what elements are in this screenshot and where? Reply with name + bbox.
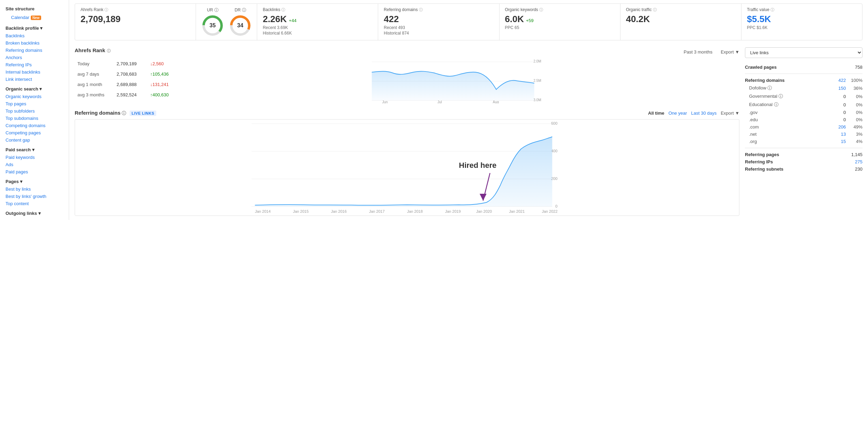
- rank-row-label-today: Today: [75, 58, 114, 69]
- sidebar-item-organic-keywords[interactable]: Organic keywords: [0, 93, 69, 100]
- sidebar-item-internal-backlinks[interactable]: Internal backlinks: [0, 68, 69, 76]
- sidebar-section-outgoing-links[interactable]: Outgoing links ▾: [0, 207, 69, 217]
- svg-text:Jan 2014: Jan 2014: [255, 209, 271, 213]
- right-ref-domains-pct: 100%: [849, 78, 862, 83]
- rank-export-button[interactable]: Export ▼: [721, 49, 739, 55]
- sidebar-item-calendar[interactable]: CalendarNew: [6, 14, 63, 21]
- sidebar-item-top-subfolders[interactable]: Top subfolders: [0, 107, 69, 115]
- sidebar-item-referring-domains[interactable]: Referring domains: [0, 47, 69, 54]
- net-row: .net 13 3%: [745, 131, 862, 138]
- edu-pct: 0%: [849, 117, 862, 122]
- info-icon-dr: ⓘ: [242, 8, 246, 12]
- ref-subnets-value: 230: [855, 166, 862, 172]
- svg-text:2.5M: 2.5M: [533, 79, 541, 83]
- sidebar-item-paid-keywords[interactable]: Paid keywords: [0, 154, 69, 161]
- info-icon-rd: ⓘ: [419, 8, 423, 12]
- gov-pct: 0%: [849, 110, 862, 115]
- educational-pct: 0%: [849, 102, 862, 107]
- filter-last-30-days[interactable]: Last 30 days: [691, 111, 717, 116]
- live-links-badge: LIVE LINKS: [130, 111, 157, 116]
- sidebar-item-anchors[interactable]: Anchors: [0, 54, 69, 61]
- ref-domains-chart: 600 400 200 0 Jan 2014 Jan 2015 Jan 2016: [75, 119, 739, 216]
- sidebar-item-competing-pages[interactable]: Competing pages: [0, 129, 69, 136]
- dofollow-row: Dofollow ⓘ 150 36%: [745, 84, 862, 92]
- sidebar-item-content-gap[interactable]: Content gap: [0, 136, 69, 144]
- sidebar-item-top-content[interactable]: Top content: [0, 200, 69, 207]
- ahrefs-rank-section: Ahrefs Rank ⓘ Past 3 months Export ▼: [75, 47, 739, 104]
- crawled-pages-value: 758: [855, 65, 862, 70]
- divider-1: [745, 74, 862, 74]
- filter-all-time[interactable]: All time: [648, 111, 664, 116]
- stat-organic-kw-delta: +59: [526, 18, 533, 23]
- sidebar-item-top-subdomains[interactable]: Top subdomains: [0, 115, 69, 122]
- gauge-dr-circle: 34: [229, 15, 251, 37]
- sidebar-section-backlink-profile[interactable]: Backlink profile ▾: [0, 22, 69, 32]
- rank-row-value-7d: 2,708,683: [114, 69, 147, 79]
- ref-domains-export-button[interactable]: Export ▼: [721, 111, 739, 116]
- ref-subnets-label: Referring subnets: [745, 166, 783, 172]
- edu-values: 0 0%: [843, 117, 862, 122]
- svg-text:3.0M: 3.0M: [533, 98, 541, 102]
- governmental-values: 0 0%: [843, 94, 862, 99]
- ref-domains-header: Referring domains ⓘ LIVE LINKS All time …: [75, 110, 739, 116]
- sidebar-item-competing-domains[interactable]: Competing domains: [0, 122, 69, 129]
- annotation-text: Hired here: [459, 161, 497, 170]
- governmental-pct: 0%: [849, 94, 862, 99]
- gauge-ur: UR ⓘ 35: [202, 7, 224, 37]
- gauge-dr-label: DR ⓘ: [235, 7, 246, 13]
- info-icon-df: ⓘ: [767, 85, 772, 90]
- right-ref-domains-value: 422: [838, 78, 846, 83]
- stat-ref-domains-historical: Historical 874: [384, 31, 493, 36]
- com-row: .com 206 49%: [745, 123, 862, 131]
- com-values: 206 49%: [838, 124, 862, 130]
- sidebar-item-site-structure[interactable]: Site structure: [0, 3, 69, 13]
- gauge-ur-circle: 35: [202, 15, 224, 37]
- stat-organic-traffic: Organic traffic ⓘ 40.2K: [620, 4, 741, 40]
- svg-text:Jul: Jul: [438, 100, 442, 103]
- edu-label: .edu: [745, 117, 758, 122]
- svg-text:Jan 2020: Jan 2020: [476, 209, 492, 213]
- sidebar-item-referring-ips[interactable]: Referring IPs: [0, 61, 69, 68]
- net-label: .net: [745, 132, 757, 137]
- educational-row: Educational ⓘ 0 0%: [745, 101, 862, 109]
- stat-backlinks-label: Backlinks ⓘ: [263, 7, 372, 12]
- net-pct: 3%: [849, 132, 862, 137]
- info-icon-rdc: ⓘ: [122, 111, 128, 116]
- sidebar-item-link-intersect[interactable]: Link intersect: [0, 76, 69, 83]
- stat-organic-traffic-label: Organic traffic ⓘ: [626, 7, 736, 12]
- info-icon-tv: ⓘ: [771, 8, 774, 12]
- filter-one-year[interactable]: One year: [669, 111, 687, 116]
- sidebar-item-ads[interactable]: Ads: [0, 161, 69, 168]
- info-icon-ok: ⓘ: [539, 8, 543, 12]
- dofollow-value: 150: [838, 86, 846, 91]
- ref-ips-value: 275: [855, 159, 862, 164]
- sidebar-item-best-by-links-growth[interactable]: Best by links' growth: [0, 193, 69, 200]
- gov-values: 0 0%: [843, 110, 862, 115]
- sidebar-item-broken-backlinks[interactable]: Broken backlinks: [0, 39, 69, 47]
- svg-text:Jan 2019: Jan 2019: [445, 209, 461, 213]
- sidebar: Site structure CalendarNew Backlink prof…: [0, 0, 69, 220]
- sidebar-section-pages[interactable]: Pages ▾: [0, 175, 69, 185]
- svg-text:Jan 2015: Jan 2015: [293, 209, 309, 213]
- rank-row-value-today: 2,709,189: [114, 58, 147, 69]
- sidebar-item-paid-pages[interactable]: Paid pages: [0, 168, 69, 175]
- svg-text:Jan 2016: Jan 2016: [331, 209, 347, 213]
- svg-text:Jan 2021: Jan 2021: [509, 209, 525, 213]
- live-links-select[interactable]: Live links Historical links: [745, 47, 862, 58]
- sidebar-section-paid-search[interactable]: Paid search ▾: [0, 144, 69, 154]
- stat-ref-domains-label: Referring domains ⓘ: [384, 7, 493, 12]
- sidebar-item-best-by-links[interactable]: Best by links: [0, 185, 69, 193]
- info-icon: ⓘ: [104, 8, 108, 12]
- svg-text:35: 35: [209, 22, 216, 28]
- ahrefs-rank-header: Ahrefs Rank ⓘ Past 3 months Export ▼: [75, 47, 739, 56]
- svg-text:Jan 2017: Jan 2017: [369, 209, 385, 213]
- sidebar-item-top-pages[interactable]: Top pages: [0, 100, 69, 107]
- info-icon-ur: ⓘ: [214, 8, 218, 12]
- org-value: 15: [841, 139, 846, 144]
- ref-subnets-row: Referring subnets 230: [745, 165, 862, 173]
- rank-stats-table: Today 2,709,189 ↓2,560 avg 7 days 2,708,…: [75, 58, 171, 100]
- stat-ref-domains-recent: Recent 493: [384, 25, 493, 30]
- stat-ahrefs-rank-value: 2,709,189: [81, 14, 190, 25]
- sidebar-item-backlinks[interactable]: Backlinks: [0, 32, 69, 39]
- sidebar-section-organic-search[interactable]: Organic search ▾: [0, 83, 69, 93]
